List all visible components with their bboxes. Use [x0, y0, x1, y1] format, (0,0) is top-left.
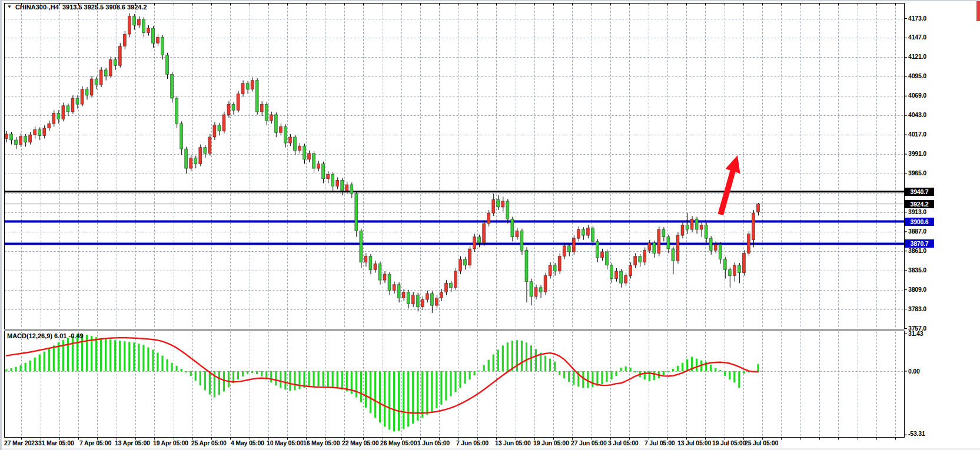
time-axis-label: 7 Jun 05:00 [456, 439, 489, 446]
macd-axis-label: 0.00 [908, 368, 920, 375]
price-axis-label: 4173.0 [908, 15, 926, 22]
time-axis-label: 13 Jul 05:00 [677, 439, 711, 446]
macd-axis-label: 31.43 [908, 330, 923, 337]
price-axis-label: 3965.0 [908, 169, 926, 176]
chart-title: ▼ CHINA300-,H4 3913.5 3925.5 3908.6 3924… [7, 4, 147, 11]
symbol-period-label: CHINA300-,H4 [15, 4, 59, 11]
price-badge: 3940.7 [905, 188, 934, 196]
chart-canvas[interactable] [2, 1, 980, 450]
time-axis-label: 25 Apr 05:00 [191, 439, 227, 446]
time-axis-label: 4 May 05:00 [231, 439, 264, 446]
price-axis-label: 3809.0 [908, 286, 926, 293]
price-axis-label: 4017.0 [908, 131, 926, 138]
time-axis-label: 31 Mar 05:00 [38, 439, 74, 446]
price-axis-label: 3835.0 [908, 266, 926, 274]
red-corner-marker [976, 1, 980, 21]
time-axis-label: 22 May 05:00 [342, 439, 378, 446]
time-axis-label: 16 May 05:00 [303, 439, 340, 446]
price-axis-label: 3887.0 [908, 228, 926, 235]
time-axis-label: 26 May 05:00 [380, 439, 417, 446]
price-axis-label: 4147.0 [908, 34, 926, 41]
time-axis-label: 19 Apr 05:00 [153, 439, 188, 446]
price-axis-label: 3913.0 [908, 208, 926, 215]
price-axis-label: 3991.0 [908, 150, 926, 157]
price-axis-label: 3861.0 [908, 247, 926, 254]
time-axis-label: 27 Jun 05:00 [571, 439, 607, 446]
mt4-chart-window: ▼ CHINA300-,H4 3913.5 3925.5 3908.6 3924… [0, 0, 980, 450]
time-axis-label: 10 May 05:00 [267, 439, 303, 446]
price-axis-label: 4095.0 [908, 72, 926, 79]
time-axis-label: 13 Jun 05:00 [495, 439, 531, 446]
price-axis-label: 3783.0 [908, 305, 926, 312]
price-badge: 3924.2 [905, 200, 934, 208]
time-axis-label: 13 Apr 05:00 [115, 439, 150, 446]
macd-axis-label: -53.31 [908, 430, 925, 437]
time-axis-label: 19 Jun 05:00 [533, 439, 569, 446]
time-axis-label: 7 Apr 05:00 [79, 439, 111, 446]
time-axis-label: 3 Jul 05:00 [608, 439, 639, 446]
price-badge: 3900.6 [905, 218, 934, 226]
time-axis-label: 7 Jul 05:00 [645, 439, 675, 446]
price-axis-label: 4069.0 [908, 92, 926, 99]
time-axis-label: 27 Mar 2023 [4, 439, 38, 446]
macd-indicator-label: MACD(12,26,9) 6.01 -0.49 [7, 332, 84, 339]
time-axis-label: 25 Jul 05:00 [745, 439, 778, 446]
price-badge: 3870.7 [905, 239, 934, 248]
time-axis-label: 1 Jun 05:00 [417, 439, 450, 446]
up-arrow-annotation[interactable] [718, 155, 740, 215]
price-axis-label: 4121.0 [908, 53, 926, 60]
ohlc-values: 3913.5 3925.5 3908.6 3924.2 [62, 4, 147, 11]
price-axis-label: 4043.0 [908, 111, 926, 118]
symbol-dropdown-icon[interactable]: ▼ [7, 4, 12, 10]
time-axis-label: 19 Jul 05:00 [712, 439, 746, 446]
